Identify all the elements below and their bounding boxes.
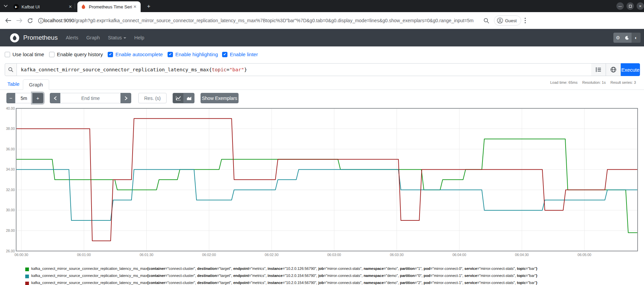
option-label: Use local time bbox=[12, 51, 44, 57]
prometheus-favicon-icon bbox=[81, 4, 86, 9]
legend-label: kafka_connect_mirror_source_connector_re… bbox=[31, 266, 537, 271]
svg-text:06:05:00: 06:05:00 bbox=[578, 253, 592, 257]
svg-text:06:01:00: 06:01:00 bbox=[77, 253, 91, 257]
time-back-button[interactable] bbox=[50, 93, 61, 103]
auto-theme-icon[interactable]: ◐ bbox=[632, 33, 641, 43]
query-stats: Load time: 65ms Resolution: 1s Result se… bbox=[550, 80, 636, 84]
new-tab-button[interactable]: + bbox=[145, 2, 153, 10]
line-chart-mode-button[interactable] bbox=[173, 93, 184, 103]
option-enable-autocomplete[interactable]: ✔Enable autocomplete bbox=[108, 51, 163, 57]
option-use-local-time[interactable]: Use local time bbox=[5, 51, 44, 57]
tab-table[interactable]: Table bbox=[7, 81, 20, 87]
show-exemplars-button[interactable]: Show Exemplars bbox=[201, 93, 239, 103]
legend-item[interactable]: kafka_connect_mirror_source_connector_re… bbox=[25, 274, 641, 281]
screen: ▶ Kafbat UI ✕ Prometheus Time Series ✕ +… bbox=[0, 0, 644, 285]
url-path: /graph?g0.expr=kafka_connect_mirror_sour… bbox=[74, 18, 473, 23]
svg-text:06:00:30: 06:00:30 bbox=[14, 253, 28, 257]
checkbox-unchecked-icon[interactable] bbox=[49, 52, 55, 57]
settings-gear-icon[interactable]: ⚙ bbox=[613, 33, 622, 43]
option-label: Enable autocomplete bbox=[115, 51, 163, 57]
execute-button[interactable]: Execute bbox=[621, 63, 640, 76]
tab-prometheus[interactable]: Prometheus Time Series ✕ bbox=[77, 1, 141, 12]
svg-text:40.00: 40.00 bbox=[6, 106, 15, 110]
maximize-button[interactable] bbox=[627, 2, 634, 10]
chevron-down-icon bbox=[123, 37, 126, 39]
svg-text:30.00: 30.00 bbox=[6, 208, 15, 212]
svg-text:34.00: 34.00 bbox=[6, 167, 15, 171]
back-icon[interactable] bbox=[4, 16, 13, 25]
load-time: Load time: 65ms bbox=[550, 80, 577, 84]
range-input[interactable] bbox=[15, 93, 33, 103]
range-decrease-button[interactable]: − bbox=[6, 93, 15, 103]
legend-item[interactable]: kafka_connect_mirror_source_connector_re… bbox=[25, 281, 641, 285]
tab-search-icon[interactable] bbox=[2, 2, 9, 10]
end-time-input[interactable] bbox=[60, 93, 121, 103]
person-icon bbox=[497, 17, 503, 24]
line-chart-icon bbox=[176, 96, 181, 101]
query-expression-input[interactable]: kafka_connect_mirror_source_connector_re… bbox=[16, 63, 592, 76]
tab-title: Prometheus Time Series bbox=[89, 4, 132, 9]
minimize-button[interactable]: — bbox=[616, 2, 624, 10]
option-label: Enable query history bbox=[57, 51, 103, 57]
svg-text:06:02:30: 06:02:30 bbox=[265, 253, 279, 257]
legend-label: kafka_connect_mirror_source_connector_re… bbox=[31, 274, 537, 278]
legend-label: kafka_connect_mirror_source_connector_re… bbox=[31, 281, 537, 285]
theme-toggle-group: ⚙ ◐ bbox=[613, 33, 641, 43]
browser-menu-icon[interactable] bbox=[521, 16, 530, 25]
globe-button[interactable] bbox=[606, 63, 621, 76]
browser-tab-strip: ▶ Kafbat UI ✕ Prometheus Time Series ✕ +… bbox=[0, 0, 644, 12]
svg-text:06:02:00: 06:02:00 bbox=[202, 253, 216, 257]
tab-graph[interactable]: Graph bbox=[23, 79, 49, 90]
close-window-button[interactable]: ✕ bbox=[637, 2, 644, 10]
brand-title[interactable]: Prometheus bbox=[23, 34, 58, 41]
legend-item[interactable]: kafka_connect_mirror_source_connector_re… bbox=[25, 266, 641, 274]
graph-canvas[interactable]: 26.0028.0030.0032.0034.0036.0038.0040.00… bbox=[0, 105, 644, 260]
option-enable-highlighting[interactable]: ✔Enable highlighting bbox=[168, 51, 218, 57]
stacked-chart-icon bbox=[186, 96, 192, 101]
tab-close-icon[interactable]: ✕ bbox=[132, 4, 138, 9]
profile-chip[interactable]: Guest bbox=[494, 15, 521, 26]
resolution: Resolution: 1s bbox=[582, 80, 606, 84]
option-label: Enable linter bbox=[230, 51, 258, 57]
svg-text:06:04:00: 06:04:00 bbox=[453, 253, 466, 257]
checkbox-checked-icon[interactable]: ✔ bbox=[168, 52, 173, 57]
range-increase-button[interactable]: + bbox=[32, 93, 43, 103]
forward-icon[interactable] bbox=[15, 16, 24, 25]
address-bar[interactable]: localhost:9090/graph?g0.expr=kafka_conne… bbox=[44, 12, 473, 29]
dark-theme-moon-icon[interactable] bbox=[622, 33, 632, 43]
stacked-chart-mode-button[interactable] bbox=[183, 93, 194, 103]
option-label: Enable highlighting bbox=[175, 51, 218, 57]
svg-text:06:03:00: 06:03:00 bbox=[327, 253, 341, 257]
option-enable-linter[interactable]: ✔Enable linter bbox=[222, 51, 258, 57]
time-forward-button[interactable] bbox=[120, 93, 131, 103]
browser-toolbar: localhost:9090/graph?g0.expr=kafka_conne… bbox=[0, 12, 644, 29]
prometheus-logo-icon[interactable] bbox=[10, 33, 19, 42]
nav-link-help[interactable]: Help bbox=[134, 35, 144, 40]
metrics-explorer-icon bbox=[596, 67, 601, 72]
nav-link-alerts[interactable]: Alerts bbox=[66, 35, 78, 40]
nav-link-status[interactable]: Status bbox=[108, 35, 126, 40]
search-icon bbox=[8, 67, 13, 72]
option-enable-query-history[interactable]: Enable query history bbox=[49, 51, 103, 57]
legend-swatch-icon bbox=[25, 268, 29, 271]
svg-text:26.00: 26.00 bbox=[6, 249, 15, 253]
resolution-input[interactable] bbox=[138, 93, 167, 103]
search-zoom-icon[interactable] bbox=[482, 16, 491, 25]
nav-link-graph[interactable]: Graph bbox=[86, 35, 100, 40]
svg-text:06:01:30: 06:01:30 bbox=[140, 253, 153, 257]
reload-icon[interactable] bbox=[26, 16, 34, 25]
tab-separator bbox=[75, 3, 75, 9]
prometheus-navbar: Prometheus Alerts Graph Status Help ⚙ ◐ bbox=[0, 29, 644, 46]
query-options-row: Use local timeEnable query history✔Enabl… bbox=[0, 46, 644, 63]
svg-text:06:04:30: 06:04:30 bbox=[515, 253, 529, 257]
checkbox-unchecked-icon[interactable] bbox=[5, 52, 10, 57]
tab-kafbat-ui[interactable]: ▶ Kafbat UI ✕ bbox=[10, 1, 76, 12]
checkbox-checked-icon[interactable]: ✔ bbox=[222, 52, 227, 57]
legend-swatch-icon bbox=[25, 282, 29, 285]
checkbox-checked-icon[interactable]: ✔ bbox=[108, 52, 113, 57]
query-search-addon bbox=[5, 63, 17, 76]
tab-close-icon[interactable]: ✕ bbox=[67, 4, 73, 9]
latency-graph[interactable]: 26.0028.0030.0032.0034.0036.0038.0040.00… bbox=[0, 105, 644, 260]
svg-text:28.00: 28.00 bbox=[6, 228, 15, 233]
metrics-explorer-button[interactable] bbox=[591, 63, 606, 76]
